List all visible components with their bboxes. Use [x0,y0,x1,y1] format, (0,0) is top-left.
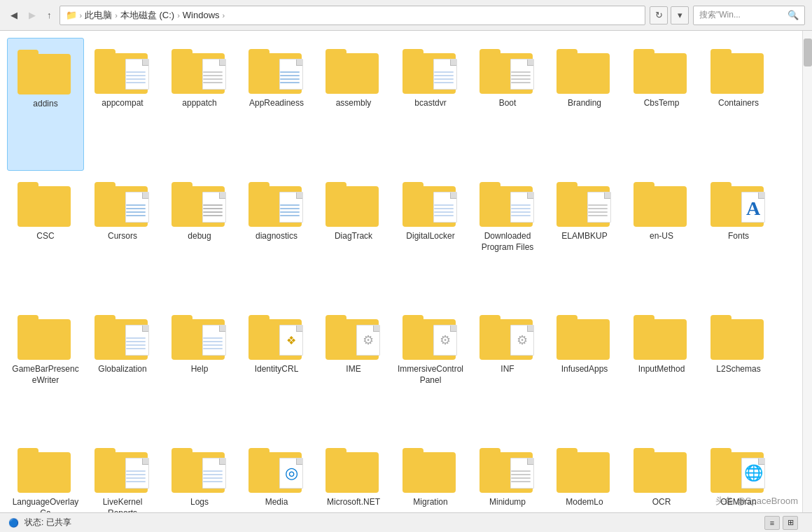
folder-icon [634,176,690,227]
folder-item-fonts[interactable]: AFonts [700,171,777,304]
folder-label: Branding [568,98,601,109]
folder-item-downloaded-program-files[interactable]: Downloaded Program Files [469,171,546,304]
folder-item-l2schemas[interactable]: L2Schemas [700,304,777,437]
folder-label: Downloaded Program Files [473,231,542,253]
folder-icon [402,442,458,493]
folder-label: Migration [413,497,447,508]
folder-item-gamebarpresencewriter[interactable]: GameBarPresenceWriter [7,304,84,437]
folder-icon [172,176,227,227]
folder-icon: 🌐 [710,442,766,493]
folder-item-ime[interactable]: ⚙IME [315,304,392,437]
folder-icon [634,43,690,94]
search-placeholder: 搜索"Win... [699,9,783,21]
breadcrumb-cdrive[interactable]: 本地磁盘 (C:) [120,9,174,22]
status-bar: 🔵 状态: 已共享 ≡ ⊞ [0,512,812,532]
folder-label: Minidump [489,497,526,508]
folder-item-inf[interactable]: ⚙INF [469,304,546,437]
search-icon[interactable]: 🔍 [788,10,799,20]
folder-item-cursors[interactable]: Cursors [84,171,161,304]
folder-label: diagnostics [255,231,298,242]
folder-icon [94,309,150,360]
watermark: 头条 @SpaceBroom [715,495,798,507]
list-view-btn[interactable]: ≡ [764,516,780,530]
refresh-btn[interactable]: ↻ [650,6,668,24]
folder-label: Containers [718,98,759,109]
folder-item-containers[interactable]: Containers [700,38,777,171]
folder-grid: addinsappcompatapppatchAppReadinessassem… [0,31,802,512]
folder-label: AppReadiness [249,98,304,109]
folder-label: bcastdvr [414,98,446,109]
scrollbar-track[interactable] [802,31,812,521]
folder-item-elambkup[interactable]: ELAMBKUP [546,171,623,304]
breadcrumb[interactable]: 📁 › 此电脑 › 本地磁盘 (C:) › Windows › [59,6,646,25]
back-icon[interactable]: ◀ [7,8,21,22]
folder-item-diagtrack[interactable]: DiagTrack [315,171,392,304]
forward-icon[interactable]: ▶ [25,8,39,22]
folder-icon [94,176,150,227]
folder-item-identitycrl[interactable]: ❖IdentityCRL [238,304,315,437]
folder-item-migration[interactable]: Migration [392,437,469,512]
folder-icon: ❖ [248,309,304,360]
folder-icon: ⚙ [479,309,536,360]
folder-item-livekernel-reports[interactable]: LiveKernel Reports [84,437,161,512]
folder-item-help[interactable]: Help [161,304,238,437]
folder-label: Help [191,364,209,375]
folder-icon [402,176,458,227]
folder-label: Cursors [108,231,137,242]
folder-label: LanguageOverlayCa [11,497,80,512]
folder-item-diagnostics[interactable]: diagnostics [238,171,315,304]
folder-label: Fonts [728,231,749,242]
folder-item-addins[interactable]: addins [7,38,84,171]
folder-label: ImmersiveControlPanel [396,364,465,386]
breadcrumb-pc[interactable]: 📁 [66,10,77,20]
up-icon[interactable]: ↑ [43,8,55,22]
folder-item-appcompat[interactable]: appcompat [84,38,161,171]
folder-item-branding[interactable]: Branding [546,38,623,171]
folder-item-immersivecontrolpanel[interactable]: ⚙ImmersiveControlPanel [392,304,469,437]
folder-item-debug[interactable]: debug [161,171,238,304]
folder-item-media[interactable]: ◎Media [238,437,315,512]
folder-item-boot[interactable]: Boot [469,38,546,171]
folder-item-minidump[interactable]: Minidump [469,437,546,512]
folder-icon [634,442,690,493]
folder-icon [172,43,227,94]
folder-item-cbstemp[interactable]: CbsTemp [623,38,700,171]
folder-item-infusedapps[interactable]: InfusedApps [546,304,623,437]
folder-label: appcompat [102,98,143,109]
folder-icon [94,442,150,493]
folder-label: Boot [499,98,517,109]
folder-icon [556,442,612,493]
folder-label: IME [346,364,360,375]
folder-item-en-us[interactable]: en-US [623,171,700,304]
folder-icon [172,309,227,360]
dropdown-btn[interactable]: ▾ [671,6,689,24]
folder-label: Logs [190,497,209,508]
folder-item-digitallocker[interactable]: DigitalLocker [392,171,469,304]
folder-item-globalization[interactable]: Globalization [84,304,161,437]
folder-item-ocr[interactable]: OCR [623,437,700,512]
folder-item-assembly[interactable]: assembly [315,38,392,171]
folder-icon [18,309,74,360]
folder-item-appreadiness[interactable]: AppReadiness [238,38,315,171]
breadcrumb-windows[interactable]: Windows [183,10,220,20]
folder-item-bcastdvr[interactable]: bcastdvr [392,38,469,171]
folder-label: addins [33,99,57,110]
folder-icon: ⚙ [402,309,458,360]
status-icon: 🔵 [8,518,19,528]
folder-icon [18,442,74,493]
folder-item-apppatch[interactable]: apppatch [161,38,238,171]
folder-icon [556,309,612,360]
folder-item-languageoverlayca[interactable]: LanguageOverlayCa [7,437,84,512]
folder-item-modemlo[interactable]: ModemLo [546,437,623,512]
folder-item-inputmethod[interactable]: InputMethod [623,304,700,437]
folder-icon [479,43,536,94]
folder-item-logs[interactable]: Logs [161,437,238,512]
scrollbar-thumb[interactable] [804,38,812,66]
folder-label: CSC [36,231,54,242]
grid-view-btn[interactable]: ⊞ [783,516,798,530]
folder-label: Microsoft.NET [327,497,380,508]
search-box[interactable]: 搜索"Win... 🔍 [693,6,805,25]
folder-item-microsoft.net[interactable]: Microsoft.NET [315,437,392,512]
breadcrumb-thispc[interactable]: 此电脑 [85,9,112,22]
folder-item-csc[interactable]: CSC [7,171,84,304]
